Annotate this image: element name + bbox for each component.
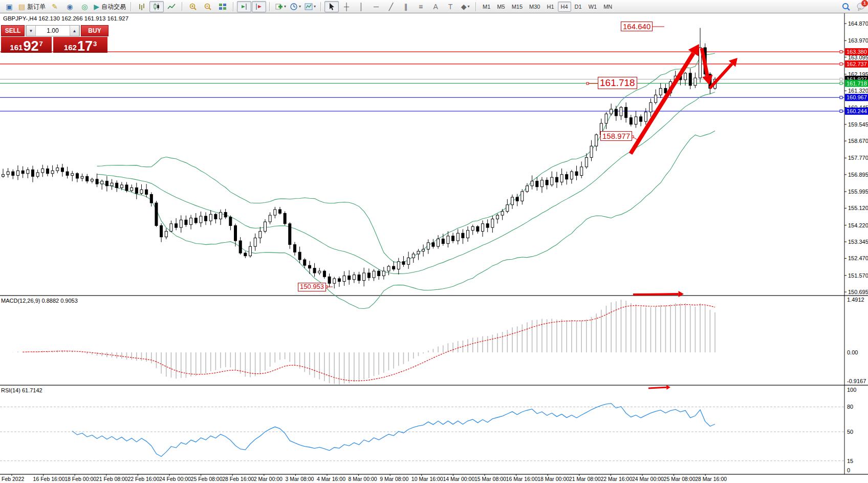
candle-body — [318, 271, 321, 273]
candle-body — [66, 172, 69, 175]
price-annotation[interactable]: 158.977 — [600, 131, 632, 141]
candle-body — [81, 176, 83, 178]
candle-body — [378, 271, 380, 276]
candle-body — [259, 232, 262, 238]
candle-body — [328, 277, 331, 283]
candle-body — [140, 190, 143, 193]
candle-body — [620, 107, 622, 116]
candle-body — [540, 180, 543, 187]
candle-body — [7, 172, 9, 175]
candle-body — [427, 243, 429, 249]
candle-body — [373, 271, 375, 278]
candle-body — [71, 174, 74, 176]
candle-body — [402, 262, 405, 265]
candle-body — [101, 181, 103, 184]
bid-price[interactable]: 161 92 7 — [1, 37, 52, 53]
candle-body — [664, 88, 667, 93]
ask-small-digits: 162 — [64, 44, 77, 51]
candle-body — [185, 220, 187, 224]
candle-body — [343, 276, 345, 281]
candle-body — [96, 179, 98, 184]
candle-body — [615, 109, 617, 116]
candle-body — [61, 168, 63, 172]
volume-input[interactable]: 1.00 — [36, 26, 70, 36]
hline-handle — [840, 96, 842, 99]
hline-handle — [840, 82, 842, 85]
candle-body — [590, 146, 593, 157]
candle-body — [2, 175, 5, 177]
candle-body — [689, 73, 691, 86]
time-tick-label: 2 Mar 00:00 — [254, 476, 283, 482]
candle-body — [580, 167, 583, 176]
candle-body — [249, 246, 252, 256]
candle-body — [12, 172, 14, 175]
candle-body — [244, 253, 247, 256]
buy-button[interactable]: BUY — [81, 25, 108, 36]
macd-scale-label: 1.4912 — [847, 297, 864, 303]
candle-body — [21, 171, 24, 174]
candle-body — [491, 219, 494, 228]
candle-body — [437, 239, 440, 246]
candle-body — [551, 177, 553, 185]
volume-increase-button[interactable]: ▲ — [70, 26, 79, 36]
candle-body — [205, 216, 207, 221]
candle-body — [155, 203, 158, 225]
candle-body — [16, 171, 19, 175]
candle-body — [412, 254, 415, 258]
candle-body — [630, 118, 632, 124]
candle-body — [278, 209, 281, 213]
price-annotation[interactable]: 161.718 — [598, 77, 637, 89]
candle-body — [397, 262, 400, 269]
chart-canvas[interactable]: 164.870163.970163.095162.195161.320160.4… — [0, 0, 868, 483]
hline-handle — [840, 78, 842, 80]
time-tick-label: 21 Mar 08:00 — [569, 476, 601, 482]
candle-body — [111, 183, 113, 186]
ask-price[interactable]: 162 17 3 — [53, 37, 107, 53]
candle-body — [367, 273, 370, 278]
time-tick-label: 9 Mar 08:00 — [380, 476, 408, 482]
candle-body — [457, 233, 459, 241]
axis-tick-label: 159.545 — [848, 121, 868, 128]
time-tick-label: 18 Mar 00:00 — [537, 476, 569, 482]
sell-button[interactable]: SELL — [1, 25, 25, 36]
candle-body — [264, 222, 266, 231]
volume-stepper: ▼ 1.00 ▲ — [26, 25, 80, 36]
hline-handle — [840, 51, 842, 53]
candle-body — [209, 214, 212, 221]
candle-body — [175, 224, 178, 227]
candle-body — [659, 88, 662, 95]
candle-body — [417, 251, 420, 254]
candle-body — [452, 236, 454, 241]
candle-body — [501, 212, 504, 215]
price-annotation[interactable]: 150.953 — [298, 283, 326, 291]
candle-body — [41, 169, 44, 173]
candle-body — [462, 233, 464, 238]
time-tick-label: 18 Feb 00:00 — [64, 476, 96, 482]
candle-body — [116, 183, 118, 187]
candle-body — [56, 168, 59, 171]
candle-body — [165, 232, 167, 237]
ask-pip-digit: 3 — [93, 40, 97, 47]
trend-arrow[interactable] — [648, 387, 666, 388]
candle-body — [644, 112, 647, 121]
candle-body — [649, 102, 652, 112]
time-tick-label: Feb 2022 — [2, 476, 25, 482]
axis-tick-label: 154.220 — [848, 222, 868, 228]
volume-decrease-button[interactable]: ▼ — [26, 26, 36, 36]
rsi-scale-label: 100 — [847, 387, 856, 393]
time-tick-label: 10 Mar 16:00 — [411, 476, 443, 482]
candle-body — [575, 172, 578, 175]
candle-body — [234, 225, 237, 241]
candle-body — [605, 114, 607, 123]
candle-body — [546, 180, 548, 185]
time-tick-label: 21 Feb 08:00 — [96, 476, 128, 482]
trend-arrow[interactable] — [633, 294, 679, 295]
candle-body — [91, 179, 93, 181]
hline-handle — [840, 110, 842, 113]
candle-body — [145, 190, 148, 194]
price-annotation[interactable]: 164.640 — [621, 22, 653, 31]
candle-body — [496, 215, 499, 219]
candle-body — [447, 236, 449, 244]
axis-tick-label: 163.970 — [848, 37, 868, 44]
candle-body — [625, 107, 627, 117]
